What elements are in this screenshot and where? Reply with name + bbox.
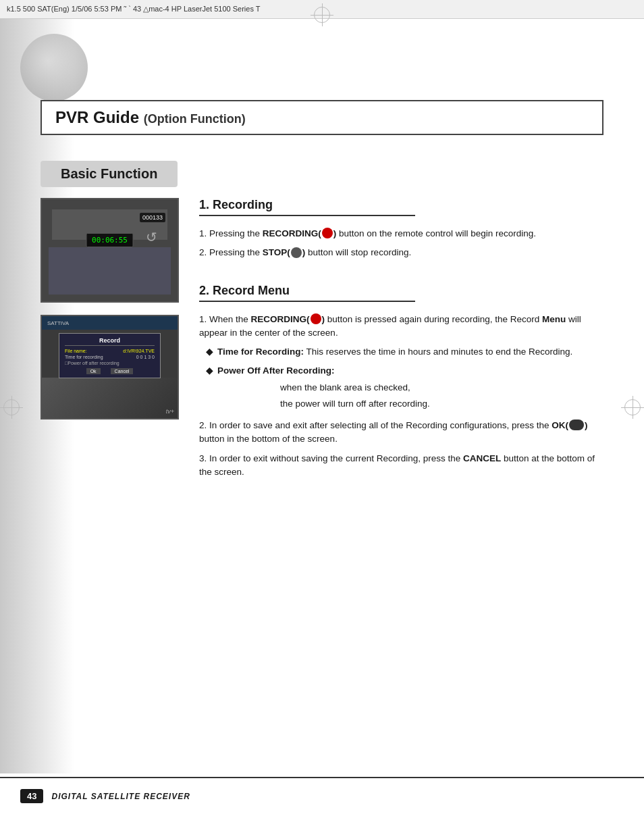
screen2-content: SATTIVA Record File name: d:\VR\924.TVE … (42, 316, 178, 418)
power-off-line1: when the blank area is checked, (280, 381, 603, 395)
main-content: PVR Guide (Option Function) Basic Functi… (0, 19, 644, 814)
screen2-dialog: Record File name: d:\VR\924.TVE Time for… (59, 333, 161, 378)
bullet-time-for-recording: ◆ Time for Recording: This reserves the … (206, 345, 603, 359)
screen2-dialog-row2: Time for recording 0 0 1 3 0 (65, 355, 155, 359)
screen1-counter: 000133 (140, 213, 165, 222)
screen1-arrow-icon: ↺ (146, 229, 157, 245)
screen2-logo: tv+ (166, 408, 174, 415)
screen2-checkbox: □Power off after recording (65, 361, 155, 365)
footer-text: DIGITAL SATELLITE RECEIVER (51, 792, 190, 801)
section-record-menu: 2. Record Menu 1. When the RECORDING() b… (199, 284, 603, 480)
list-item: 3. In order to exit without saving the c… (199, 452, 603, 480)
content-column: 1. Recording 1. Pressing the RECORDING()… (199, 198, 603, 503)
title-main: PVR Guide (55, 108, 139, 126)
image-column: 000133 00:06:55 ↺ SATTIVA Record File na… (41, 198, 179, 432)
diamond-bullet-icon-2: ◆ (206, 364, 213, 378)
power-off-line2: the power will turn off after recording. (280, 397, 603, 411)
list-item: 1. Pressing the RECORDING() button on th… (199, 227, 603, 240)
screen2-dialog-row1: File name: d:\VR\924.TVE (65, 349, 155, 353)
page-number: 43 (20, 789, 43, 803)
screen2-dialog-title: Record (65, 337, 155, 346)
screen2-row2-value: 0 0 1 3 0 (136, 355, 155, 359)
list-item: 1. When the RECORDING() button is presse… (199, 313, 603, 340)
record-icon (322, 228, 333, 238)
section1-list: 1. Pressing the RECORDING() button on th… (199, 227, 603, 260)
section2-heading: Record Menu (213, 284, 290, 297)
header-text: k1.5 500 SAT(Eng) 1/5/06 5:53 PM ˜ ` 43 … (7, 5, 260, 14)
stop-icon (291, 247, 302, 258)
screen1-timer: 00:06:55 (86, 233, 134, 247)
page-footer: 43 DIGITAL SATELLITE RECEIVER (0, 777, 644, 814)
screen2-top-bar: SATTIVA (42, 316, 178, 330)
diamond-bullet-icon: ◆ (206, 345, 213, 359)
section1-header: 1. Recording (199, 198, 415, 216)
section-label-basic-function: Basic Function (41, 161, 178, 187)
list-item: 2. Pressing the STOP() button will stop … (199, 246, 603, 259)
section2-numbered-list: 2. In order to save and exit after selec… (199, 419, 603, 479)
title-sub: (Option Function) (144, 112, 246, 126)
screenshot-recording: 000133 00:06:55 ↺ (41, 198, 179, 303)
screen2-row1-label: File name: (65, 349, 87, 353)
section2-header: 2. Record Menu (199, 284, 415, 302)
bullet-power-off: ◆ Power Off After Recording: (206, 364, 603, 378)
screen2-brand-label: SATTIVA (47, 320, 69, 326)
section1-heading: Recording (213, 198, 273, 211)
ok-icon (569, 419, 584, 430)
screen2-row2-label: Time for recording (65, 355, 103, 359)
section-recording: 1. Recording 1. Pressing the RECORDING()… (199, 198, 603, 260)
screenshot-record-menu: SATTIVA Record File name: d:\VR\924.TVE … (41, 315, 179, 419)
screen2-row1-value: d:\VR\924.TVE (123, 349, 155, 353)
section2-list: 1. When the RECORDING() button is presse… (199, 313, 603, 340)
section1-number: 1. (199, 198, 209, 211)
screen2-cancel-btn: Cancel (111, 368, 134, 374)
record-icon-2 (311, 313, 321, 324)
screen1-bottom-bg (49, 247, 171, 295)
screen1-content: 000133 00:06:55 ↺ (42, 199, 178, 301)
screen2-ok-btn: Ok (86, 368, 101, 374)
screen2-buttons: Ok Cancel (65, 368, 155, 374)
list-item: 2. In order to save and exit after selec… (199, 419, 603, 447)
screen2-bg (42, 378, 178, 418)
title-box: PVR Guide (Option Function) (41, 100, 603, 135)
section2-number: 2. (199, 284, 209, 297)
page-title: PVR Guide (Option Function) (55, 108, 589, 127)
